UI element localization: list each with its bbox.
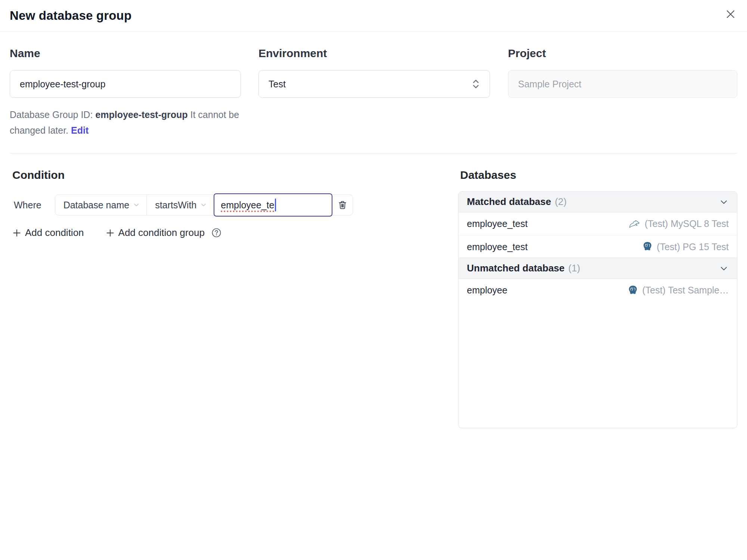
close-button[interactable] bbox=[723, 7, 738, 22]
condition-factor-value: Database name bbox=[63, 200, 130, 211]
databases-section-title: Databases bbox=[460, 169, 516, 181]
name-label: Name bbox=[10, 47, 241, 60]
select-updown-icon bbox=[472, 78, 480, 90]
database-name: employee_test bbox=[467, 218, 528, 229]
name-input[interactable] bbox=[10, 70, 241, 98]
instance-label: (Test) Test Sample… bbox=[642, 285, 729, 296]
table-row: employee_test (Test) PG 15 Test bbox=[459, 235, 737, 258]
project-label: Project bbox=[508, 47, 737, 60]
unmatched-database-header[interactable]: Unmatched database (1) bbox=[459, 258, 737, 279]
condition-factor-select[interactable]: Database name bbox=[55, 195, 147, 215]
mysql-icon bbox=[629, 219, 641, 229]
new-database-group-dialog: New database group Name Environment Test bbox=[0, 0, 747, 560]
condition-operator-value: startsWith bbox=[155, 200, 196, 211]
help-icon[interactable] bbox=[211, 228, 221, 238]
add-condition-button[interactable]: Add condition bbox=[12, 227, 84, 239]
database-group-id-value: employee-test-group bbox=[95, 109, 187, 120]
instance-info: (Test) Test Sample… bbox=[628, 285, 729, 296]
chevron-down-icon bbox=[719, 197, 729, 207]
condition-section-title: Condition bbox=[12, 169, 65, 181]
add-condition-group-label: Add condition group bbox=[118, 227, 205, 239]
condition-group: Database name startsWith employee_te bbox=[55, 195, 353, 215]
section-divider bbox=[10, 153, 737, 153]
text-caret bbox=[275, 199, 276, 211]
delete-condition-button[interactable] bbox=[332, 195, 353, 215]
matched-database-header[interactable]: Matched database (2) bbox=[459, 192, 737, 212]
matched-database-count: (2) bbox=[555, 196, 567, 208]
dialog-header: New database group bbox=[0, 0, 747, 32]
database-name: employee_test bbox=[467, 242, 528, 252]
page-title: New database group bbox=[10, 9, 131, 23]
condition-actions: Add condition Add condition group bbox=[12, 227, 221, 239]
instance-info: (Test) PG 15 Test bbox=[642, 242, 729, 252]
edit-id-link[interactable]: Edit bbox=[71, 125, 89, 136]
condition-value-text: employee_te bbox=[221, 200, 274, 211]
chevron-down-icon bbox=[133, 202, 140, 208]
environment-selected-value: Test bbox=[269, 79, 286, 90]
database-name: employee bbox=[467, 285, 507, 296]
close-icon bbox=[725, 9, 736, 20]
table-row: employee_test (Test) MySQL 8 Test bbox=[459, 212, 737, 235]
project-field-group: Project bbox=[508, 47, 737, 98]
trash-icon bbox=[337, 200, 348, 210]
instance-label: (Test) MySQL 8 Test bbox=[645, 218, 729, 229]
instance-info: (Test) MySQL 8 Test bbox=[629, 218, 729, 229]
plus-icon bbox=[106, 228, 115, 237]
condition-value-input[interactable]: employee_te bbox=[214, 193, 332, 217]
matched-database-label: Matched database bbox=[467, 196, 551, 208]
table-row: employee (Test) Test Sample… bbox=[459, 279, 737, 302]
chevron-down-icon bbox=[200, 202, 207, 208]
add-condition-group-button[interactable]: Add condition group bbox=[106, 227, 205, 239]
postgresql-icon bbox=[642, 242, 653, 252]
chevron-down-icon bbox=[719, 264, 729, 273]
name-field-group: Name bbox=[10, 47, 241, 98]
instance-label: (Test) PG 15 Test bbox=[657, 242, 729, 252]
postgresql-icon bbox=[628, 285, 638, 296]
environment-select[interactable]: Test bbox=[258, 70, 490, 98]
database-group-id-hint: Database Group ID: employee-test-group I… bbox=[10, 107, 245, 138]
project-input bbox=[508, 70, 737, 98]
condition-operator-select[interactable]: startsWith bbox=[147, 195, 214, 215]
unmatched-database-count: (1) bbox=[568, 262, 580, 274]
plus-icon bbox=[12, 228, 21, 237]
condition-row: Where Database name startsWith bbox=[14, 195, 353, 215]
where-label: Where bbox=[14, 200, 41, 211]
add-condition-label: Add condition bbox=[25, 227, 84, 239]
unmatched-database-label: Unmatched database bbox=[467, 262, 565, 274]
environment-label: Environment bbox=[258, 47, 490, 60]
databases-panel: Matched database (2) employee_test (Test… bbox=[458, 191, 737, 428]
environment-field-group: Environment Test bbox=[258, 47, 490, 98]
id-hint-prefix: Database Group ID: bbox=[10, 109, 95, 120]
